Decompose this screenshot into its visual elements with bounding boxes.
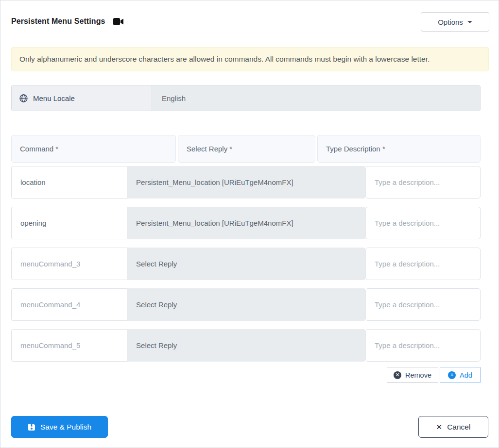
persistent-menu-settings-card: Persistent Menu Settings Options Only al… — [0, 0, 499, 448]
save-icon — [28, 423, 35, 431]
row-actions: ✕ Remove + Add — [11, 367, 481, 383]
add-circle-icon: + — [448, 371, 456, 379]
menu-locale-row: Menu Locale English — [11, 85, 481, 111]
command-input[interactable] — [11, 166, 127, 199]
table-row: Select Reply — [11, 329, 481, 362]
select-reply-text: Persistent_Menu_location [URiEuTgeM4nomF… — [136, 219, 293, 227]
table-row: Select Reply — [11, 248, 481, 280]
description-input[interactable] — [365, 207, 481, 239]
save-publish-button-label: Save & Publish — [40, 423, 91, 431]
select-reply-text: Select Reply — [136, 300, 177, 309]
remove-row-button[interactable]: ✕ Remove — [387, 367, 438, 383]
page-title: Persistent Menu Settings — [11, 17, 105, 26]
column-header-command-text: Command * — [20, 145, 58, 153]
select-reply-text: Persistent_Menu_location [URiEuTgeM4nomF… — [136, 178, 293, 186]
add-row-button-label: Add — [460, 371, 472, 379]
add-row-button[interactable]: + Add — [440, 367, 481, 383]
select-reply-dropdown[interactable]: Select Reply — [127, 288, 365, 321]
card-header: Persistent Menu Settings Options — [0, 0, 499, 32]
column-header-command: Command * — [11, 135, 176, 163]
column-header-type-description: Type Description * — [317, 135, 481, 163]
select-reply-dropdown[interactable]: Select Reply — [127, 329, 365, 362]
select-reply-dropdown[interactable]: Persistent_Menu_location [URiEuTgeM4nomF… — [127, 207, 365, 239]
warning-alert-text: Only alphanumeric and underscore charact… — [19, 55, 430, 64]
menu-locale-value-text: English — [162, 94, 186, 102]
chevron-down-icon — [467, 21, 472, 23]
column-header-select-reply-text: Select Reply * — [187, 145, 232, 153]
command-input[interactable] — [11, 207, 127, 239]
description-input[interactable] — [365, 166, 481, 199]
menu-locale-value: English — [152, 85, 480, 111]
table-row: Select Reply — [11, 288, 481, 321]
table-header-row: Command * Select Reply * Type Descriptio… — [11, 135, 481, 163]
card-footer: Save & Publish ✕ Cancel — [0, 416, 499, 448]
close-icon: ✕ — [436, 423, 443, 431]
menu-locale-label-text: Menu Locale — [33, 94, 75, 102]
column-header-select-reply: Select Reply * — [178, 135, 315, 163]
table-row: Persistent_Menu_location [URiEuTgeM4nomF… — [11, 166, 481, 199]
command-input[interactable] — [11, 329, 127, 362]
warning-alert: Only alphanumeric and underscore charact… — [11, 47, 489, 71]
remove-row-button-label: Remove — [405, 371, 431, 379]
description-input[interactable] — [365, 248, 481, 280]
command-input[interactable] — [11, 288, 127, 321]
select-reply-text: Select Reply — [136, 260, 177, 268]
select-reply-text: Select Reply — [136, 341, 177, 349]
select-reply-dropdown[interactable]: Persistent_Menu_location [URiEuTgeM4nomF… — [127, 166, 365, 199]
remove-circle-icon: ✕ — [394, 371, 401, 379]
table-row: Persistent_Menu_location [URiEuTgeM4nomF… — [11, 207, 481, 239]
cancel-button-label: Cancel — [447, 423, 470, 431]
description-input[interactable] — [365, 329, 481, 362]
table-rows-container: Persistent_Menu_location [URiEuTgeM4nomF… — [11, 166, 481, 362]
command-input[interactable] — [11, 248, 127, 280]
video-camera-icon — [113, 18, 124, 25]
cancel-button[interactable]: ✕ Cancel — [418, 416, 488, 438]
save-publish-button[interactable]: Save & Publish — [11, 416, 108, 438]
select-reply-dropdown[interactable]: Select Reply — [127, 248, 365, 280]
form-area: Menu Locale English Command * Select Rep… — [0, 71, 499, 383]
description-input[interactable] — [365, 288, 481, 321]
globe-icon — [19, 94, 28, 102]
options-button[interactable]: Options — [421, 12, 489, 32]
options-button-label: Options — [438, 18, 463, 26]
menu-locale-label: Menu Locale — [12, 85, 152, 111]
column-header-type-description-text: Type Description * — [326, 145, 385, 153]
